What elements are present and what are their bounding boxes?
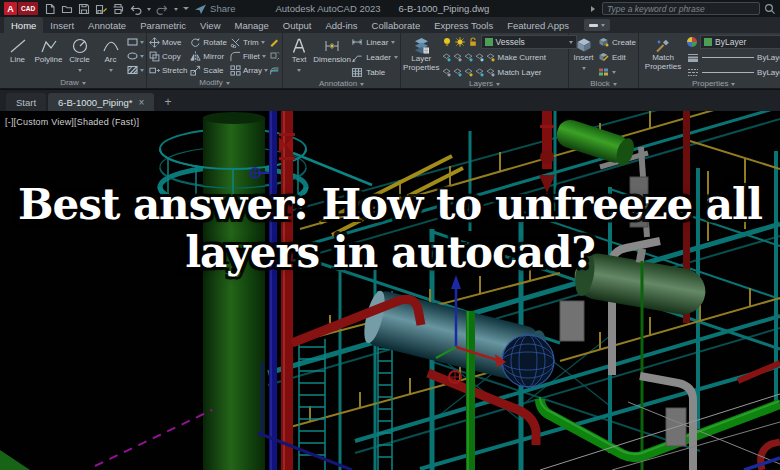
undo-button[interactable] bbox=[129, 3, 142, 15]
line-button[interactable]: Line bbox=[2, 35, 33, 65]
undo-icon bbox=[129, 3, 142, 15]
mirror-button[interactable]: Mirror bbox=[190, 51, 227, 62]
polyline-icon bbox=[40, 37, 58, 55]
object-color-control[interactable]: ByLayer bbox=[687, 35, 780, 49]
circle-button[interactable]: Circle bbox=[64, 35, 95, 74]
pencil-erase-icon bbox=[269, 37, 280, 47]
scale-button[interactable]: Scale bbox=[190, 65, 227, 76]
properties-panel-label[interactable]: Properties bbox=[641, 79, 780, 88]
qat-customize-button[interactable] bbox=[183, 7, 189, 13]
ribbon: Line Polyline Circle Arc bbox=[0, 33, 780, 89]
rectangle-button[interactable] bbox=[127, 37, 144, 47]
ribbon-tab-express-tools[interactable]: Express Tools bbox=[427, 17, 500, 33]
linear-button[interactable]: Linear bbox=[351, 35, 398, 49]
autocad-a-icon: A bbox=[4, 2, 17, 15]
trim-button[interactable]: Trim bbox=[230, 37, 268, 48]
layer-dropdown[interactable]: Vessels bbox=[481, 35, 577, 49]
leader-button[interactable]: Leader bbox=[351, 50, 398, 64]
app-title: Autodesk AutoCAD 2023 bbox=[275, 3, 380, 14]
ribbon-tab-featured-apps[interactable]: Featured Apps bbox=[500, 17, 576, 33]
save-as-button[interactable] bbox=[95, 3, 107, 15]
linetype-icon bbox=[687, 68, 699, 77]
share-button[interactable]: Share bbox=[194, 3, 235, 15]
edit-block-button[interactable]: Edit bbox=[598, 50, 636, 64]
open-file-button[interactable] bbox=[61, 3, 73, 15]
document-tab[interactable]: 6-B-1000_Piping* × bbox=[48, 93, 154, 111]
fillet-button[interactable]: Fillet bbox=[230, 51, 268, 62]
ribbon-tab-view[interactable]: View bbox=[193, 17, 227, 33]
lineweight-control[interactable]: ByLayer bbox=[687, 50, 780, 64]
move-button[interactable]: Move bbox=[149, 37, 187, 48]
stretch-button[interactable]: Stretch bbox=[149, 65, 187, 76]
create-block-button[interactable]: Create bbox=[598, 35, 636, 49]
new-tab-button[interactable]: + bbox=[156, 93, 179, 111]
ribbon-tab-manage[interactable]: Manage bbox=[228, 17, 276, 33]
app-logo[interactable]: A CAD bbox=[4, 2, 38, 15]
lineweight-icon bbox=[687, 53, 699, 62]
layer-unlock-icon[interactable] bbox=[468, 37, 478, 47]
insert-block-icon bbox=[576, 37, 592, 53]
layer-freeze-sun-icon[interactable] bbox=[455, 37, 465, 47]
start-tab[interactable]: Start bbox=[6, 93, 46, 111]
ribbon-tab-output[interactable]: Output bbox=[276, 17, 319, 33]
ribbon-tab-add-ins[interactable]: Add-ins bbox=[318, 17, 364, 33]
search-icon[interactable] bbox=[764, 3, 776, 15]
ribbon-display-toggle[interactable] bbox=[584, 19, 610, 31]
save-button[interactable] bbox=[78, 3, 90, 15]
text-icon bbox=[291, 37, 307, 55]
table-button[interactable]: Table bbox=[351, 65, 398, 79]
block-panel-label[interactable]: Block bbox=[571, 79, 636, 88]
arc-button[interactable]: Arc bbox=[95, 35, 126, 74]
offset-button[interactable] bbox=[269, 65, 280, 75]
ribbon-tab-parametric[interactable]: Parametric bbox=[133, 17, 193, 33]
draw-panel-label[interactable]: Draw bbox=[2, 77, 144, 88]
overlay-title: Best answer: How to unfreeze all layers … bbox=[0, 181, 780, 277]
array-button[interactable]: Array bbox=[230, 65, 268, 76]
text-label: Text bbox=[292, 56, 307, 65]
viewport-controls[interactable]: [-][Custom View][Shaded (Fast)] bbox=[5, 117, 139, 127]
match-properties-button[interactable]: Match Properties bbox=[641, 35, 685, 71]
file-tab-bar: Start 6-B-1000_Piping* × + bbox=[0, 89, 780, 111]
drawing-viewport[interactable]: [-][Custom View][Shaded (Fast)] Best ans… bbox=[0, 111, 780, 470]
make-current-button[interactable]: Make Current bbox=[442, 50, 577, 64]
redo-button[interactable] bbox=[156, 3, 169, 15]
insert-block-button[interactable]: Insert bbox=[571, 35, 596, 72]
circle-dropdown-icon[interactable] bbox=[78, 69, 82, 74]
chevron-right-icon[interactable] bbox=[591, 6, 598, 12]
layer-on-bulb-icon[interactable] bbox=[442, 37, 452, 47]
linetype-control[interactable]: ByLayer bbox=[687, 65, 780, 79]
ribbon-tab-insert[interactable]: Insert bbox=[43, 17, 81, 33]
keyword-search-input[interactable] bbox=[602, 2, 760, 15]
close-tab-icon[interactable]: × bbox=[139, 97, 145, 108]
share-plane-icon bbox=[194, 3, 207, 15]
edit-block-icon bbox=[598, 52, 609, 62]
layer-properties-label: Layer Properties bbox=[403, 55, 439, 72]
polyline-button[interactable]: Polyline bbox=[33, 35, 64, 65]
text-button[interactable]: Text bbox=[285, 35, 313, 74]
plot-button[interactable] bbox=[112, 3, 124, 15]
dimension-button[interactable]: Dimension bbox=[313, 35, 351, 65]
explode-button[interactable] bbox=[269, 51, 280, 61]
copy-button[interactable]: Copy bbox=[149, 51, 187, 62]
rotate-button[interactable]: Rotate bbox=[190, 37, 227, 48]
arc-dropdown-icon[interactable] bbox=[109, 69, 113, 74]
hatch-icon bbox=[127, 65, 138, 75]
ribbon-tab-annotate[interactable]: Annotate bbox=[81, 17, 133, 33]
block-attributes-button[interactable] bbox=[598, 65, 636, 79]
layers-panel-label[interactable]: Layers bbox=[403, 79, 566, 88]
hatch-button[interactable] bbox=[127, 65, 144, 75]
panel-draw: Line Polyline Circle Arc bbox=[0, 33, 147, 88]
layer-properties-button[interactable]: Layer Properties bbox=[403, 35, 439, 72]
annotation-panel-label[interactable]: Annotation bbox=[285, 79, 398, 88]
redo-dropdown-icon[interactable] bbox=[174, 8, 178, 13]
match-layer-button[interactable]: Match Layer bbox=[442, 65, 577, 79]
ribbon-tab-home[interactable]: Home bbox=[4, 17, 43, 33]
polyline-label: Polyline bbox=[34, 56, 62, 65]
new-file-button[interactable] bbox=[44, 3, 56, 15]
undo-dropdown-icon[interactable] bbox=[147, 8, 151, 13]
document-title: 6-B-1000_Piping.dwg bbox=[399, 3, 490, 14]
ellipse-button[interactable] bbox=[127, 51, 144, 61]
ribbon-tab-collaborate[interactable]: Collaborate bbox=[365, 17, 428, 33]
erase-button[interactable] bbox=[269, 37, 280, 47]
modify-panel-label[interactable]: Modify bbox=[149, 77, 280, 88]
